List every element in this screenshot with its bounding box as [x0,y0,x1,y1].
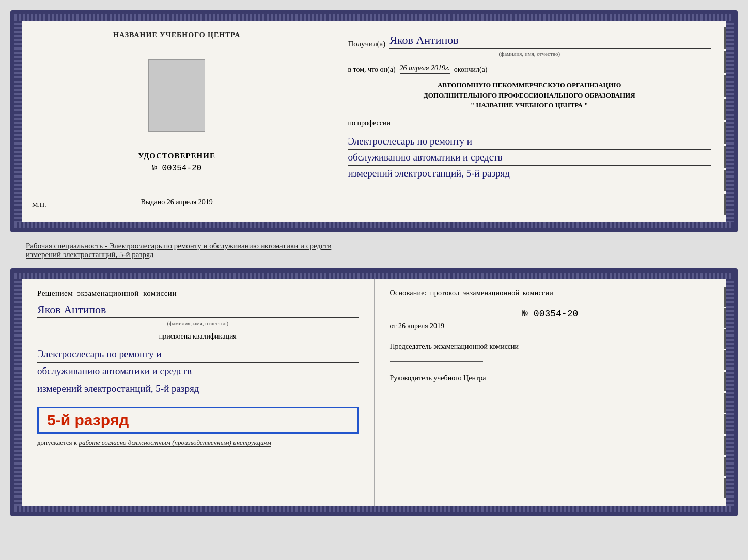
middle-line2: измерений электростанций, 5-й разряд [26,250,722,259]
bottom-document: Решением экзаменационной комиссии Яков А… [10,268,738,516]
bottom-right-panel: Основание: протокол экзаменационной коми… [375,279,727,506]
mp-stamp: М.П. [32,201,46,209]
poluchil-label: Получил(а) [348,40,385,49]
bottom-vert-bar-6 [724,393,726,412]
bottom-recipient-name: Яков Антипов [37,303,359,318]
bottom-vert-bar-3 [724,329,726,349]
bottom-fio-sub-wrapper: (фамилия, имя, отчество) [37,318,359,327]
recipient-name: Яков Антипов [389,34,711,49]
doc-top-left-panel: НАЗВАНИЕ УЧЕБНОГО ЦЕНТРА УДОСТОВЕРЕНИЕ №… [22,21,332,222]
bottom-fio-subtitle: (фамилия, имя, отчество) [167,320,228,326]
bottom-right-side-bar [726,273,734,512]
qual-line1: Электрослесарь по ремонту и [37,346,359,363]
bottom-left-side-bar [14,273,22,512]
page-wrapper: НАЗВАНИЕ УЧЕБНОГО ЦЕНТРА УДОСТОВЕРЕНИЕ №… [10,10,738,516]
left-side-bar [14,14,22,228]
qual-line2: обслуживанию автоматики и средств [37,363,359,380]
vydano-label: Выдано [141,198,165,206]
vert-bar-8 [724,194,726,215]
doc-top-right-panel: Получил(а) Яков Антипов (фамилия, имя, о… [332,21,726,222]
top-document: НАЗВАНИЕ УЧЕБНОГО ЦЕНТРА УДОСТОВЕРЕНИЕ №… [10,10,738,232]
certificate-number: № 00354-20 [147,163,207,174]
photo-placeholder [148,59,205,132]
predsedatel-signature-line [390,361,483,362]
prof-line2: обслуживанию автоматики и средств [348,150,711,166]
fio-sub-wrapper: (фамилия, имя, отчество) [348,49,711,58]
rukovoditel-signature-line [390,393,483,393]
bottom-vert-bar-4 [724,350,726,370]
bottom-vert-bar-9 [724,457,726,476]
certificate-title: УДОСТОВЕРЕНИЕ [138,152,215,161]
vtom-section: в том, что он(а) 26 апреля 2019г. окончи… [348,64,711,74]
vert-bar-4 [724,99,726,120]
vydano-date: 26 апреля 2019 [167,198,213,206]
vtom-date: 26 апреля 2019г. [400,64,450,74]
bottom-left-panel: Решением экзаменационной комиссии Яков А… [22,279,375,506]
ot-label: от [390,322,397,330]
bottom-vert-bar-2 [724,308,726,328]
predsedatel-block: Председатель экзаменационной комиссии [390,343,711,362]
prof-line1: Электрослесарь по ремонту и [348,134,711,150]
org-name: " НАЗВАНИЕ УЧЕБНОГО ЦЕНТРА " [348,100,711,110]
po-professii-label: по профессии [348,119,711,127]
vert-bar-6 [724,146,726,168]
rukovoditel-block: Руководитель учебного Центра [390,374,711,393]
vert-bar-2 [724,51,726,73]
bottom-vert-bar-5 [724,372,726,391]
prisvoena-text: присвоена квалификация [37,332,359,341]
middle-line1: Рабочая специальность - Электрослесарь п… [26,242,722,250]
org-line1: АВТОНОМНУЮ НЕКОММЕРЧЕСКУЮ ОРГАНИЗАЦИЮ [348,80,711,90]
bottom-right-decorative-bars [716,285,726,500]
protocol-number: № 00354-20 [390,309,711,319]
poluchil-line: Получил(а) Яков Антипов [348,34,711,49]
bottom-vert-bar-1 [724,287,726,307]
vert-bar-7 [724,170,726,191]
predsedatel-label: Председатель экзаменационной комиссии [390,343,711,351]
vert-bar-1 [724,27,726,49]
qual-line3: измерений электростанций, 5-й разряд [37,380,359,397]
vydano-block: Выдано 26 апреля 2019 [141,195,213,206]
bottom-vert-bar-10 [724,478,726,498]
resheniem-title: Решением экзаменационной комиссии [37,289,359,298]
qualification-block: Электрослесарь по ремонту и обслуживанию… [37,346,359,397]
right-side-bar [726,14,734,228]
dopuskaetsya-label: допускается к [37,439,77,446]
doc-top-inner: НАЗВАНИЕ УЧЕБНОГО ЦЕНТРА УДОСТОВЕРЕНИЕ №… [22,14,726,228]
fio-subtitle: (фамилия, имя, отчество) [498,51,560,57]
org-line2: ДОПОЛНИТЕЛЬНОГО ПРОФЕССИОНАЛЬНОГО ОБРАЗО… [348,90,711,101]
rukovoditel-label: Руководитель учебного Центра [390,374,711,382]
razryad-badge: 5-й разряд [37,407,359,434]
protocol-block: № 00354-20 от 26 апреля 2019 [390,305,711,330]
poluchil-section: Получил(а) Яков Антипов (фамилия, имя, о… [348,31,711,58]
profession-block: Электрослесарь по ремонту и обслуживанию… [348,134,711,182]
bottom-vert-bar-8 [724,436,726,455]
prof-line3: измерений электростанций, 5-й разряд [348,166,711,182]
okonchil-label: окончил(а) [454,66,488,74]
vert-bar-3 [724,75,726,97]
ot-date-value: 26 апреля 2019 [398,322,444,330]
bottom-vert-bar-7 [724,414,726,434]
vert-bar-5 [724,122,726,144]
osnovanie-text: Основание: протокол экзаменационной коми… [390,289,711,297]
middle-text-block: Рабочая специальность - Электрослесарь п… [10,237,738,263]
dopuskaetsya-block: допускается к работе согласно должностны… [37,439,359,447]
training-center-title-top: НАЗВАНИЕ УЧЕБНОГО ЦЕНТРА [113,31,240,39]
org-block: АВТОНОМНУЮ НЕКОММЕРЧЕСКУЮ ОРГАНИЗАЦИЮ ДО… [348,80,711,110]
razryad-badge-text: 5-й разряд [47,411,129,428]
ot-date: от 26 апреля 2019 [390,322,711,330]
dopusk-instructions: работе согласно должностным (производств… [79,439,271,447]
right-decorative-bars [716,27,726,216]
bottom-name-block: Яков Антипов (фамилия, имя, отчество) [37,303,359,327]
doc-bottom-inner: Решением экзаменационной комиссии Яков А… [22,273,726,512]
vtom-label: в том, что он(а) [348,66,395,74]
certificate-block: УДОСТОВЕРЕНИЕ № 00354-20 [138,152,215,174]
